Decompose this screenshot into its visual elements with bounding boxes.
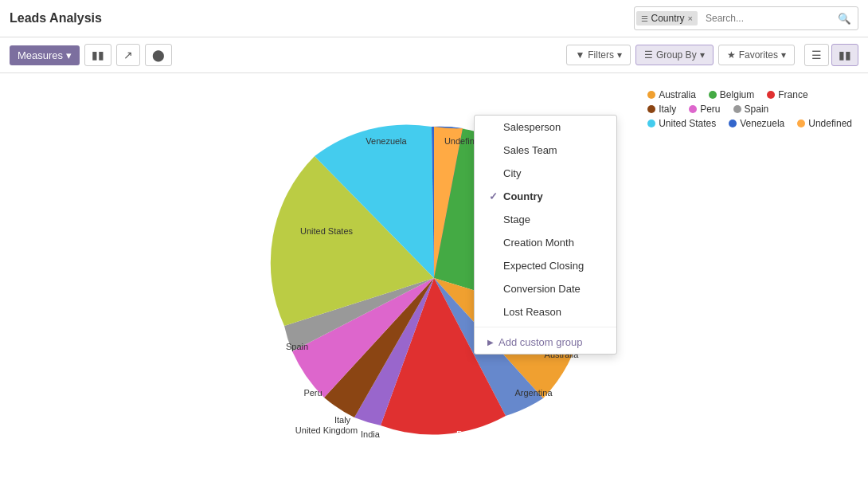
- groupby-dropdown: Salesperson Sales Team City ✓ Country St…: [474, 115, 617, 355]
- measures-arrow: ▾: [66, 49, 72, 61]
- check-conversion-date: [487, 283, 499, 295]
- custom-group-arrow: ▶: [487, 338, 494, 347]
- page-title: Leads Analysis: [10, 11, 102, 25]
- filter-icon: ▼: [575, 49, 585, 61]
- dropdown-item-expected-closing[interactable]: Expected Closing: [475, 254, 616, 277]
- dropdown-divider: [475, 327, 616, 327]
- dropdown-label-creation-month: Creation Month: [503, 237, 574, 249]
- legend-dot-france: [767, 91, 775, 99]
- legend-dot-belgium: [709, 91, 717, 99]
- label-uk: United Kingdom: [295, 425, 358, 435]
- legend-label-undefined: Undefined: [808, 118, 852, 129]
- groupby-arrow: ▾: [700, 49, 705, 61]
- check-salesperson: [487, 121, 499, 133]
- favorites-arrow: ▾: [781, 49, 786, 61]
- search-button[interactable]: 🔍: [831, 10, 858, 28]
- legend-dot-australia: [647, 91, 655, 99]
- dropdown-item-salesperson[interactable]: Salesperson: [475, 116, 616, 139]
- favorites-button[interactable]: ★ Favorites ▾: [718, 45, 795, 65]
- legend-item-peru: Peru: [689, 104, 720, 115]
- dropdown-item-sales-team[interactable]: Sales Team: [475, 139, 616, 162]
- label-india: India: [361, 429, 381, 439]
- legend-item-spain: Spain: [733, 104, 769, 115]
- dropdown-label-salesperson: Salesperson: [503, 121, 561, 133]
- label-venezuela: Venezuela: [366, 136, 407, 146]
- legend-label-venezuela: Venezuela: [740, 118, 784, 129]
- dropdown-label-custom-group: Add custom group: [499, 336, 583, 348]
- legend-label-peru: Peru: [700, 104, 720, 115]
- legend-dot-undefined: [797, 120, 805, 127]
- legend-item-venezuela: Venezuela: [729, 118, 784, 129]
- legend-label-italy: Italy: [659, 104, 676, 115]
- legend-dot-spain: [733, 105, 741, 113]
- filters-button[interactable]: ▼ Filters ▾: [566, 45, 631, 65]
- legend-row-1: Australia Belgium France: [647, 89, 852, 100]
- bar-chart-button[interactable]: ▮▮: [84, 44, 111, 66]
- dropdown-label-lost-reason: Lost Reason: [503, 306, 561, 318]
- measures-label: Measures: [18, 49, 63, 61]
- legend-item-italy: Italy: [647, 104, 676, 115]
- chart-view-button[interactable]: ▮▮: [831, 44, 858, 66]
- dropdown-label-country: Country: [503, 190, 543, 202]
- legend-row-3: United States Venezuela Undefined: [647, 118, 852, 129]
- dropdown-item-lost-reason[interactable]: Lost Reason: [475, 300, 616, 323]
- legend-item-france: France: [767, 89, 807, 100]
- search-tag[interactable]: ☰ Country ×: [636, 11, 698, 25]
- groupby-icon: ☰: [644, 49, 653, 61]
- legend-dot-italy: [647, 105, 655, 113]
- measures-button[interactable]: Measures ▾: [10, 45, 80, 65]
- check-expected-closing: [487, 260, 499, 272]
- dropdown-item-creation-month[interactable]: Creation Month: [475, 231, 616, 254]
- legend-label-us: United States: [659, 118, 716, 129]
- legend: Australia Belgium France Italy: [647, 89, 852, 129]
- dropdown-label-conversion-date: Conversion Date: [503, 283, 581, 295]
- label-france: France: [456, 429, 483, 439]
- line-chart-button[interactable]: ↗: [116, 44, 140, 66]
- check-lost-reason: [487, 306, 499, 318]
- label-spain: Spain: [286, 342, 308, 351]
- groupby-button[interactable]: ☰ Group By ▾: [635, 45, 714, 65]
- dropdown-item-stage[interactable]: Stage: [475, 208, 616, 231]
- app-container: Leads Analysis ☰ Country × 🔍 Measures ▾ …: [0, 0, 868, 482]
- dropdown-item-custom-group[interactable]: ▶ Add custom group: [475, 331, 616, 354]
- legend-item-undefined: Undefined: [797, 118, 852, 129]
- dropdown-label-city: City: [503, 167, 521, 179]
- search-area: ☰ Country × 🔍: [634, 6, 858, 30]
- legend-label-belgium: Belgium: [720, 89, 754, 100]
- label-peru: Peru: [303, 388, 322, 398]
- header: Leads Analysis ☰ Country × 🔍: [0, 0, 868, 37]
- search-input[interactable]: [699, 10, 831, 27]
- dropdown-item-city[interactable]: City: [475, 162, 616, 185]
- legend-label-australia: Australia: [659, 89, 696, 100]
- pie-chart-button[interactable]: ⬤: [145, 44, 172, 66]
- dropdown-item-country[interactable]: ✓ Country: [475, 185, 616, 208]
- search-tag-label: Country: [651, 13, 685, 24]
- groupby-label: Group By: [656, 49, 697, 61]
- toolbar-right: ▼ Filters ▾ ☰ Group By ▾ ★ Favorites ▾ ☰…: [566, 44, 858, 66]
- check-city: [487, 167, 499, 179]
- dropdown-label-sales-team: Sales Team: [503, 144, 557, 156]
- search-tag-close[interactable]: ×: [688, 14, 693, 23]
- check-sales-team: [487, 144, 499, 156]
- main-content: Belgium Australia Argentina France India…: [0, 73, 868, 482]
- check-country: ✓: [487, 190, 499, 202]
- chart-area: Belgium Australia Argentina France India…: [0, 73, 868, 482]
- label-italy: Italy: [334, 415, 351, 425]
- filters-arrow: ▾: [617, 49, 622, 61]
- filters-label: Filters: [588, 49, 614, 61]
- favorites-star: ★: [727, 49, 736, 61]
- legend-label-spain: Spain: [745, 104, 769, 115]
- legend-item-australia: Australia: [647, 89, 696, 100]
- legend-item-us: United States: [647, 118, 716, 129]
- legend-row-2: Italy Peru Spain: [647, 104, 852, 115]
- legend-label-france: France: [778, 89, 807, 100]
- label-argentina: Argentina: [514, 388, 553, 398]
- search-tag-icon: ☰: [641, 14, 648, 23]
- view-buttons: ☰ ▮▮: [804, 44, 858, 66]
- legend-dot-peru: [689, 105, 697, 113]
- list-view-button[interactable]: ☰: [804, 44, 829, 66]
- dropdown-item-conversion-date[interactable]: Conversion Date: [475, 277, 616, 300]
- label-us: United States: [300, 226, 354, 236]
- favorites-label: Favorites: [739, 49, 778, 61]
- dropdown-label-expected-closing: Expected Closing: [503, 260, 584, 272]
